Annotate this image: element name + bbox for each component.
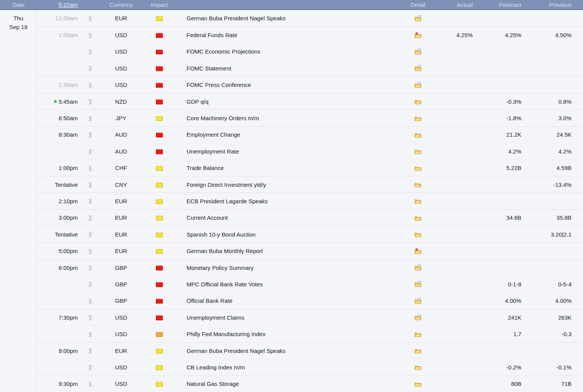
alert-icon[interactable]: )) xyxy=(80,231,100,237)
folder-icon[interactable] xyxy=(414,165,421,171)
alert-icon[interactable]: )) xyxy=(80,298,100,304)
folder-icon[interactable] xyxy=(414,348,421,354)
detail-cell[interactable] xyxy=(403,98,433,105)
event-name[interactable]: Employment Change xyxy=(177,131,403,138)
detail-cell[interactable] xyxy=(403,215,433,221)
event-row[interactable]: Tentative )) EUR Spanish 10-y Bond Aucti… xyxy=(37,226,583,242)
alert-icon[interactable]: )) xyxy=(80,115,100,121)
event-name[interactable]: Federal Funds Rate xyxy=(177,32,403,38)
event-row[interactable]: 2:10pm )) EUR ECB President Lagarde Spea… xyxy=(37,193,583,209)
detail-cell[interactable] xyxy=(403,231,433,237)
event-name[interactable]: German Buba Monthly Report xyxy=(177,248,403,254)
detail-cell[interactable] xyxy=(403,82,433,88)
detail-cell[interactable] xyxy=(403,281,433,287)
detail-cell[interactable] xyxy=(403,248,433,254)
detail-cell[interactable] xyxy=(403,148,433,154)
folder-icon[interactable] xyxy=(414,198,421,204)
alert-icon[interactable]: )) xyxy=(80,248,100,254)
event-row[interactable]: )) GBP Official Bank Rate 4.00% 4.00% xyxy=(37,292,583,309)
event-name[interactable]: FOMC Economic Projections xyxy=(177,48,403,55)
event-name[interactable]: CB Leading Index m/m xyxy=(177,364,403,371)
event-row[interactable]: )) AUD Unemployment Rate 4.2% 4.2% xyxy=(37,143,583,159)
alert-icon[interactable]: )) xyxy=(80,98,100,105)
folder-icon[interactable] xyxy=(414,115,421,121)
event-row[interactable]: 9:00pm )) EUR German Buba President Nage… xyxy=(37,342,583,359)
folder-icon[interactable] xyxy=(414,132,421,138)
event-row[interactable]: 8:30am )) AUD Employment Change 21.2K 24… xyxy=(37,126,583,143)
event-row[interactable]: )) USD FOMC Economic Projections xyxy=(37,43,583,60)
detail-cell[interactable] xyxy=(403,15,433,21)
event-name[interactable]: Natural Gas Storage xyxy=(177,381,403,387)
detail-cell[interactable] xyxy=(403,265,433,271)
event-name[interactable]: Philly Fed Manufacturing Index xyxy=(177,331,403,337)
detail-cell[interactable] xyxy=(403,298,433,304)
event-name[interactable]: Trade Balance xyxy=(177,165,403,171)
alert-icon[interactable]: )) xyxy=(80,215,100,221)
folder-icon[interactable] xyxy=(414,148,421,154)
event-row[interactable]: 5:00pm )) EUR German Buba Monthly Report xyxy=(37,242,583,259)
detail-cell[interactable] xyxy=(403,65,433,71)
event-row[interactable]: 5:45am )) NZD GDP q/q -0.3% 0.8% xyxy=(37,93,583,109)
folder-document-icon[interactable] xyxy=(414,314,421,320)
alert-icon[interactable]: )) xyxy=(80,198,100,204)
folder-icon[interactable] xyxy=(414,98,421,105)
alert-icon[interactable]: )) xyxy=(80,165,100,171)
event-name[interactable]: MPC Official Bank Rate Votes xyxy=(177,281,403,287)
alert-icon[interactable]: )) xyxy=(80,331,100,337)
event-row[interactable]: )) USD CB Leading Index m/m -0.2% -0.1% xyxy=(37,359,583,375)
event-row[interactable]: 1:30am )) USD FOMC Press Conference xyxy=(37,77,583,93)
folder-icon[interactable] xyxy=(414,215,421,221)
alert-icon[interactable]: )) xyxy=(80,132,100,138)
detail-cell[interactable] xyxy=(403,198,433,204)
folder-document-icon[interactable] xyxy=(414,265,421,271)
detail-cell[interactable] xyxy=(403,115,433,121)
detail-cell[interactable] xyxy=(403,165,433,171)
detail-cell[interactable] xyxy=(403,364,433,370)
alert-icon[interactable]: )) xyxy=(80,15,100,21)
event-name[interactable]: FOMC Press Conference xyxy=(177,82,403,88)
alert-icon[interactable]: )) xyxy=(80,348,100,354)
event-row[interactable]: )) USD Philly Fed Manufacturing Index 1.… xyxy=(37,325,583,342)
folder-star-icon[interactable] xyxy=(414,32,421,38)
current-time-link[interactable]: 5:22am xyxy=(59,2,78,8)
event-name[interactable]: Unemployment Rate xyxy=(177,148,403,155)
event-name[interactable]: FOMC Statement xyxy=(177,65,403,72)
alert-icon[interactable]: )) xyxy=(80,364,100,370)
event-row[interactable]: 12:00am )) EUR German Buba President Nag… xyxy=(37,10,583,26)
folder-star-icon[interactable] xyxy=(414,248,421,254)
detail-cell[interactable] xyxy=(403,381,433,387)
event-name[interactable]: German Buba President Nagel Speaks xyxy=(177,15,403,21)
folder-icon[interactable] xyxy=(414,364,421,370)
folder-document-icon[interactable] xyxy=(414,298,421,304)
alert-icon[interactable]: )) xyxy=(80,265,100,271)
detail-cell[interactable] xyxy=(403,314,433,320)
alert-icon[interactable]: )) xyxy=(80,82,100,88)
folder-document-icon[interactable] xyxy=(414,281,421,287)
alert-icon[interactable]: )) xyxy=(80,281,100,287)
event-name[interactable]: Spanish 10-y Bond Auction xyxy=(177,231,403,238)
event-row[interactable]: )) GBP MPC Official Bank Rate Votes 0-1-… xyxy=(37,276,583,292)
detail-cell[interactable] xyxy=(403,348,433,354)
event-row[interactable]: 7:30pm )) USD Unemployment Claims 241K 2… xyxy=(37,309,583,325)
event-row[interactable]: 6:50am )) JPY Core Machinery Orders m/m … xyxy=(37,109,583,126)
alert-icon[interactable]: )) xyxy=(80,49,100,55)
event-name[interactable]: Monetary Policy Summary xyxy=(177,265,403,271)
event-name[interactable]: Core Machinery Orders m/m xyxy=(177,115,403,121)
event-row[interactable]: 1:00am )) USD Federal Funds Rate 4.25% 4… xyxy=(37,26,583,43)
event-row[interactable]: 1:00pm )) CHF Trade Balance 5.22B 4.59B xyxy=(37,160,583,176)
detail-cell[interactable] xyxy=(403,181,433,188)
event-name[interactable]: German Buba President Nagel Speaks xyxy=(177,348,403,354)
event-name[interactable]: Official Bank Rate xyxy=(177,297,403,304)
event-row[interactable]: Tentative )) CNY Foreign Direct Investme… xyxy=(37,176,583,193)
detail-cell[interactable] xyxy=(403,132,433,138)
event-row[interactable]: )) USD FOMC Statement xyxy=(37,60,583,76)
folder-document-icon[interactable] xyxy=(414,15,421,21)
folder-icon[interactable] xyxy=(414,181,421,188)
event-name[interactable]: ECB President Lagarde Speaks xyxy=(177,198,403,204)
alert-icon[interactable]: )) xyxy=(80,32,100,38)
event-row[interactable]: 6:00pm )) GBP Monetary Policy Summary xyxy=(37,259,583,276)
folder-icon[interactable] xyxy=(414,381,421,387)
folder-icon[interactable] xyxy=(414,331,421,337)
event-row[interactable]: 9:30pm )) USD Natural Gas Storage 80B 71… xyxy=(37,376,583,392)
detail-cell[interactable] xyxy=(403,49,433,55)
